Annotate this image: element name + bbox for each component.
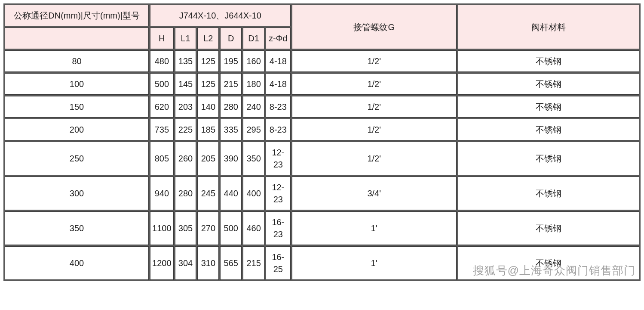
cell-dn: 300: [5, 177, 149, 210]
header-thread: 接管螺纹G: [292, 5, 457, 49]
cell-h: 480: [150, 50, 174, 72]
cell-g: 1/2': [292, 73, 457, 95]
cell-dn: 350: [5, 211, 149, 245]
cell-d: 500: [220, 211, 242, 245]
cell-l1: 135: [175, 50, 196, 72]
cell-g: 1/2': [292, 96, 457, 118]
cell-d1: 460: [243, 211, 264, 245]
valve-spec-table: 公称通径DN(mm)|尺寸(mm)|型号 J744X-10、J644X-10 接…: [3, 3, 641, 281]
cell-d: 565: [220, 246, 242, 280]
cell-dn: 250: [5, 142, 149, 175]
cell-dn: 200: [5, 119, 149, 140]
table-row: 2007352251853352958-231/2'不锈钢: [5, 119, 639, 140]
cell-h: 500: [150, 73, 174, 95]
header-dn-empty: [5, 28, 149, 49]
cell-d1: 180: [243, 73, 264, 95]
cell-mat: 不锈钢: [458, 119, 639, 140]
cell-dn: 400: [5, 246, 149, 280]
table-body: 804801351251951604-181/2'不锈钢100500145125…: [5, 50, 639, 280]
cell-dn: 80: [5, 50, 149, 72]
cell-zphi: 4-18: [266, 73, 291, 95]
cell-g: 1': [292, 246, 457, 280]
header-sub-d: D: [220, 28, 242, 49]
cell-d1: 295: [243, 119, 264, 140]
cell-l1: 203: [175, 96, 196, 118]
cell-d1: 160: [243, 50, 264, 72]
cell-d: 215: [220, 73, 242, 95]
cell-d1: 350: [243, 142, 264, 175]
cell-zphi: 16-25: [266, 246, 291, 280]
header-sub-h: H: [150, 28, 174, 49]
cell-zphi: 16-23: [266, 211, 291, 245]
cell-l2: 125: [197, 50, 219, 72]
header-sub-l2: L2: [197, 28, 219, 49]
cell-mat: 不锈钢: [458, 246, 639, 280]
cell-l2: 205: [197, 142, 219, 175]
cell-d: 280: [220, 96, 242, 118]
cell-l2: 310: [197, 246, 219, 280]
cell-h: 620: [150, 96, 174, 118]
header-model-group: J744X-10、J644X-10: [150, 5, 291, 26]
cell-l1: 225: [175, 119, 196, 140]
cell-mat: 不锈钢: [458, 177, 639, 210]
cell-l2: 140: [197, 96, 219, 118]
cell-mat: 不锈钢: [458, 50, 639, 72]
cell-d: 335: [220, 119, 242, 140]
cell-h: 805: [150, 142, 174, 175]
cell-h: 735: [150, 119, 174, 140]
header-dn: 公称通径DN(mm)|尺寸(mm)|型号: [5, 5, 149, 26]
cell-l1: 304: [175, 246, 196, 280]
cell-d1: 400: [243, 177, 264, 210]
cell-h: 1200: [150, 246, 174, 280]
header-sub-d1: D1: [243, 28, 264, 49]
table-row: 804801351251951604-181/2'不锈钢: [5, 50, 639, 72]
header-sub-l1: L1: [175, 28, 196, 49]
cell-d: 195: [220, 50, 242, 72]
cell-zphi: 8-23: [266, 96, 291, 118]
table-row: 350110030527050046016-231'不锈钢: [5, 211, 639, 245]
cell-d1: 240: [243, 96, 264, 118]
table-row: 1506202031402802408-231/2'不锈钢: [5, 96, 639, 118]
cell-h: 940: [150, 177, 174, 210]
cell-d1: 215: [243, 246, 264, 280]
table-row: 25080526020539035012-231/2'不锈钢: [5, 142, 639, 175]
table-row: 400120030431056521516-251'不锈钢: [5, 246, 639, 280]
cell-dn: 100: [5, 73, 149, 95]
cell-zphi: 8-23: [266, 119, 291, 140]
cell-g: 1/2': [292, 119, 457, 140]
cell-zphi: 12-23: [266, 177, 291, 210]
cell-l2: 270: [197, 211, 219, 245]
cell-d: 440: [220, 177, 242, 210]
cell-mat: 不锈钢: [458, 211, 639, 245]
cell-h: 1100: [150, 211, 174, 245]
table-row: 30094028024544040012-233/4'不锈钢: [5, 177, 639, 210]
cell-l1: 280: [175, 177, 196, 210]
cell-g: 1/2': [292, 50, 457, 72]
cell-g: 3/4': [292, 177, 457, 210]
cell-l2: 245: [197, 177, 219, 210]
cell-zphi: 12-23: [266, 142, 291, 175]
cell-zphi: 4-18: [266, 50, 291, 72]
header-material: 阀杆材料: [458, 5, 639, 49]
cell-mat: 不锈钢: [458, 73, 639, 95]
header-sub-zphi: z-Φd: [266, 28, 291, 49]
cell-l1: 260: [175, 142, 196, 175]
table-header: 公称通径DN(mm)|尺寸(mm)|型号 J744X-10、J644X-10 接…: [5, 5, 639, 49]
cell-g: 1/2': [292, 142, 457, 175]
cell-mat: 不锈钢: [458, 142, 639, 175]
cell-l2: 185: [197, 119, 219, 140]
cell-l2: 125: [197, 73, 219, 95]
cell-d: 390: [220, 142, 242, 175]
cell-mat: 不锈钢: [458, 96, 639, 118]
cell-g: 1': [292, 211, 457, 245]
table-row: 1005001451252151804-181/2'不锈钢: [5, 73, 639, 95]
cell-l1: 145: [175, 73, 196, 95]
cell-l1: 305: [175, 211, 196, 245]
cell-dn: 150: [5, 96, 149, 118]
